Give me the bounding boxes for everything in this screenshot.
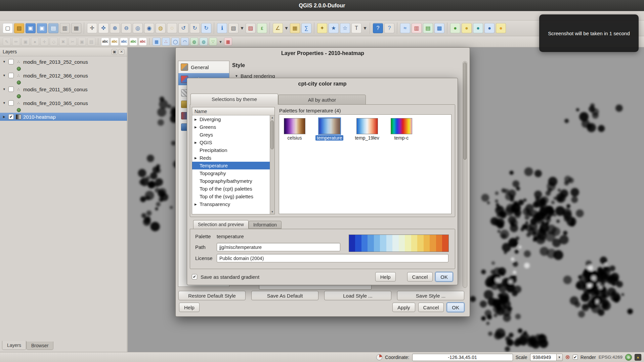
menu-item[interactable] xyxy=(46,15,54,17)
label-show-hide-icon[interactable]: abc xyxy=(120,38,128,46)
globe-tool-a-icon[interactable]: ◍ xyxy=(190,38,198,46)
layer-checkbox[interactable] xyxy=(8,114,14,119)
stop-render-icon[interactable]: ⊗ xyxy=(565,354,570,360)
toolbar-icon[interactable] xyxy=(313,20,316,36)
menu-item[interactable] xyxy=(54,15,61,17)
tab-browser[interactable]: Browser xyxy=(26,342,53,350)
toolbar-icon[interactable] xyxy=(148,36,151,47)
arc-tool-icon[interactable]: ◠ xyxy=(181,38,189,46)
tab-all-by-author[interactable]: All by author xyxy=(278,95,366,105)
zoom-to-selection-icon[interactable]: ◍ xyxy=(156,23,166,33)
grass-tools-icon[interactable]: ● xyxy=(450,23,460,33)
toolbar-icon[interactable] xyxy=(97,36,100,47)
open-project-icon[interactable]: ▨ xyxy=(14,23,24,33)
cancel-button[interactable]: Cancel xyxy=(418,303,444,312)
road-graph-icon[interactable]: ● xyxy=(473,23,483,33)
menu-item[interactable] xyxy=(9,15,17,17)
terrain-analysis-icon[interactable]: ▤ xyxy=(423,23,433,33)
dock-icon[interactable]: ▣ xyxy=(112,49,117,55)
zoom-next-icon[interactable]: ↻ xyxy=(190,23,200,33)
vertex-dropdown-icon[interactable]: ▾ xyxy=(218,38,223,46)
tab-layers[interactable]: Layers xyxy=(2,341,26,350)
menu-item[interactable] xyxy=(24,15,32,17)
composer-manager-icon[interactable]: ▦ xyxy=(71,23,81,33)
delete-selected-icon[interactable]: ✖ xyxy=(59,38,67,46)
tab-selections-by-theme[interactable]: Selections by theme xyxy=(190,94,278,105)
show-bookmarks-icon[interactable]: ☆ xyxy=(340,23,350,33)
menu-item[interactable] xyxy=(76,15,83,17)
new-bookmark-icon[interactable]: ★ xyxy=(329,23,339,33)
attribute-table-icon[interactable]: ▦ xyxy=(290,23,300,33)
sidebar-item-general[interactable]: General xyxy=(178,61,229,73)
render-checkbox[interactable] xyxy=(573,355,578,360)
help-button[interactable]: Help xyxy=(179,303,200,312)
select-by-expression-icon[interactable]: ε xyxy=(257,23,267,33)
layer-item[interactable]: ∴ modis_fire_2011_365_conus xyxy=(0,85,127,99)
layer-item[interactable]: ∴ modis_fire_2013_252_conus xyxy=(0,58,127,71)
save-project-as-icon[interactable]: ▣ xyxy=(37,23,47,33)
heatmap-plugin-icon[interactable]: ▩ xyxy=(434,23,444,33)
layer-checkbox[interactable] xyxy=(8,87,14,92)
toolbar-icon[interactable] xyxy=(268,20,271,36)
vertex-points-icon[interactable]: ∵ xyxy=(209,38,217,46)
tree-item[interactable]: Greens xyxy=(192,123,270,131)
paste-features-icon[interactable]: ▤ xyxy=(87,38,95,46)
tree-item[interactable]: Diverging xyxy=(192,115,270,123)
toolbar-icon[interactable] xyxy=(213,20,216,36)
move-feature-icon[interactable]: ✛ xyxy=(40,38,48,46)
save-project-icon[interactable]: ▣ xyxy=(26,23,36,33)
identify-features-icon[interactable]: ℹ xyxy=(217,23,227,33)
tree-item[interactable]: Topography/bathymetry xyxy=(192,177,270,185)
palette-card[interactable]: temp_19lev xyxy=(353,118,380,141)
layer-expander-icon[interactable] xyxy=(2,115,6,118)
tree-item[interactable]: Greys xyxy=(192,131,270,139)
save-as-default-button[interactable]: Save As Default xyxy=(251,291,318,300)
zoom-out-icon[interactable]: ⊖ xyxy=(121,23,131,33)
layer-item[interactable]: ∴ modis_fire_2012_366_conus xyxy=(0,71,127,85)
select-features-icon[interactable]: ▧ xyxy=(228,23,239,33)
deselect-features-icon[interactable]: ▨ xyxy=(246,23,256,33)
labeling-icon[interactable]: abc xyxy=(101,38,109,46)
chevron-down-icon[interactable]: ▾ xyxy=(556,354,563,361)
help-button[interactable]: Help xyxy=(375,272,396,281)
dialog-scrollbar[interactable] xyxy=(463,61,467,288)
layer-item[interactable]: 2010-heatmap xyxy=(0,113,127,121)
menu-item[interactable] xyxy=(2,15,9,17)
field-calculator-icon[interactable]: ∑ xyxy=(301,23,311,33)
label-properties-icon[interactable]: abc xyxy=(139,38,147,46)
tree-item[interactable]: Transparency xyxy=(192,200,270,208)
new-print-composer-icon[interactable]: ▥ xyxy=(60,23,70,33)
save-layer-edits-icon[interactable]: ▣ xyxy=(22,38,30,46)
zoom-last-icon[interactable]: ↺ xyxy=(178,23,188,33)
tree-scrollbar[interactable]: ▲ ▼ xyxy=(270,115,274,214)
save-style-button[interactable]: Save Style ... xyxy=(397,291,464,300)
ok-button[interactable]: OK xyxy=(435,272,453,281)
tree-header-name[interactable]: Name xyxy=(192,107,274,115)
layer-item[interactable]: ∴ modis_fire_2010_365_conus xyxy=(0,99,127,113)
tree-item[interactable]: Reds xyxy=(192,154,270,162)
layer-checkbox[interactable] xyxy=(8,59,14,64)
coordinate-input[interactable]: -126.34,45.01 xyxy=(412,354,513,361)
map-tips-icon[interactable]: ✦ xyxy=(317,23,327,33)
select-dropdown-icon[interactable]: ▾ xyxy=(240,23,244,33)
save-as-image-icon[interactable]: ▤ xyxy=(48,23,58,33)
toolbar-icon[interactable] xyxy=(369,20,372,36)
layer-expander-icon[interactable] xyxy=(2,101,6,105)
ellipse-tool-icon[interactable]: ◯ xyxy=(171,38,179,46)
tree-item[interactable]: Precipitation xyxy=(192,146,270,154)
toolbar-icon[interactable] xyxy=(396,20,399,36)
ok-button[interactable]: OK xyxy=(447,303,464,312)
scrollbar-thumb[interactable] xyxy=(463,62,467,160)
histogram-tool-icon[interactable]: ▥ xyxy=(412,23,422,33)
tree-item[interactable]: Top of the (svg) palettes xyxy=(192,193,270,200)
menu-item[interactable] xyxy=(61,15,69,17)
whats-this-icon[interactable]: ? xyxy=(384,23,394,33)
tree-item[interactable]: Top of the (cpt) palettes xyxy=(192,185,270,193)
text-annotation-icon[interactable]: T xyxy=(351,23,361,33)
checker-analysis-icon[interactable]: ▦ xyxy=(153,38,161,46)
label-move-icon[interactable]: abc xyxy=(129,38,137,46)
palette-card[interactable]: celsius xyxy=(284,118,305,141)
measure-dropdown-icon[interactable]: ▾ xyxy=(284,23,289,33)
zoom-actual-icon[interactable]: ◎ xyxy=(133,23,143,33)
layer-checkbox[interactable] xyxy=(8,100,14,106)
